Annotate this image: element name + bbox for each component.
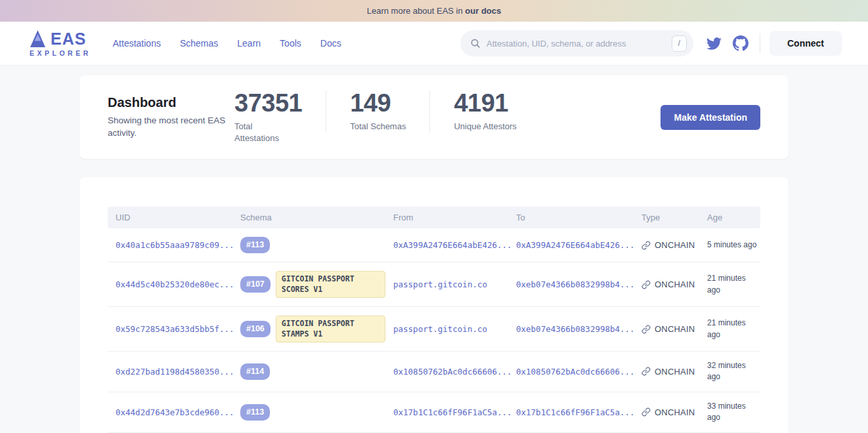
stat-label: Total Attestations bbox=[234, 121, 291, 144]
from-address-link[interactable]: passport.gitcoin.co bbox=[393, 279, 487, 289]
column-header-to: To bbox=[508, 213, 634, 222]
banner-link-label: our docs bbox=[465, 6, 501, 16]
nav-attestations[interactable]: Attestations bbox=[113, 38, 161, 49]
dashboard-card: Dashboard Showing the most recent EAS ac… bbox=[79, 75, 789, 159]
banner-text: Learn more about EAS in bbox=[367, 6, 466, 16]
header-divider bbox=[760, 33, 760, 53]
link-icon bbox=[641, 325, 651, 334]
from-address-link[interactable]: 0x17b1C1c66fF96F1aC5a... bbox=[393, 407, 512, 417]
schema-id-badge[interactable]: #113 bbox=[240, 237, 270, 253]
to-address-link[interactable]: 0x17b1C1c66fF96F1aC5a... bbox=[516, 407, 635, 417]
table-row[interactable]: 0xd227bad1198d4580350...#1140x10850762bA… bbox=[108, 352, 760, 392]
schema-name-badge[interactable]: GITCOIN PASSPORT STAMPS V1 bbox=[276, 316, 385, 342]
logo-subtitle: EXPLORER bbox=[30, 49, 91, 57]
link-icon bbox=[641, 407, 651, 417]
type-label: ONCHAIN bbox=[655, 407, 695, 417]
make-attestation-button[interactable]: Make Attestation bbox=[661, 105, 760, 130]
table-header-row: UID Schema From To Type Age bbox=[108, 207, 760, 228]
attestation-rows: 0x40a1c6b55aaa9789c09...#1130xA399A2476E… bbox=[108, 228, 760, 433]
from-address-link[interactable]: passport.gitcoin.co bbox=[393, 324, 487, 334]
nav-tools[interactable]: Tools bbox=[280, 38, 301, 49]
docs-banner: Learn more about EAS in our docs bbox=[0, 0, 868, 22]
attestations-table-card: UID Schema From To Type Age 0x40a1c6b55a… bbox=[79, 177, 789, 433]
table-row[interactable]: 0x44d2d7643e7b3cde960...#1130x17b1C1c66f… bbox=[108, 392, 760, 433]
link-icon bbox=[641, 280, 651, 289]
stat-total-attestations: 37351 Total Attestations bbox=[234, 91, 326, 144]
schema-name-badge[interactable]: GITCOIN PASSPORT SCORES V1 bbox=[276, 271, 385, 298]
type-badge: ONCHAIN bbox=[641, 279, 695, 289]
connect-button[interactable]: Connect bbox=[770, 31, 842, 56]
uid-link[interactable]: 0x44d2d7643e7b3cde960... bbox=[116, 407, 234, 417]
table-row[interactable]: 0x59c728543a633d5bb5f...#106GITCOIN PASS… bbox=[108, 307, 760, 352]
search-bar[interactable]: / bbox=[460, 30, 693, 56]
type-badge: ONCHAIN bbox=[641, 407, 695, 417]
nav-learn[interactable]: Learn bbox=[237, 38, 261, 49]
column-header-age: Age bbox=[699, 213, 760, 222]
from-address-link[interactable]: 0xA399A2476E664abE426... bbox=[393, 240, 512, 250]
header: EAS EXPLORER Attestations Schemas Learn … bbox=[0, 22, 868, 66]
stats: 37351 Total Attestations 149 Total Schem… bbox=[234, 91, 540, 144]
main-nav: Attestations Schemas Learn Tools Docs bbox=[113, 38, 341, 49]
column-header-from: From bbox=[385, 213, 508, 222]
link-icon bbox=[641, 241, 651, 250]
stat-label: Total Schemas bbox=[350, 121, 406, 133]
age-text: 21 minutes ago bbox=[707, 318, 760, 340]
slash-shortcut-key: / bbox=[672, 35, 687, 52]
column-header-schema: Schema bbox=[232, 213, 385, 222]
schema-id-badge[interactable]: #113 bbox=[240, 404, 270, 421]
age-text: 33 minutes ago bbox=[707, 401, 760, 424]
uid-link[interactable]: 0x40a1c6b55aaa9789c09... bbox=[116, 240, 234, 250]
stat-value: 37351 bbox=[234, 91, 302, 117]
search-input[interactable] bbox=[487, 39, 672, 49]
stat-value: 4191 bbox=[454, 91, 516, 117]
type-label: ONCHAIN bbox=[655, 279, 695, 289]
type-label: ONCHAIN bbox=[655, 240, 695, 250]
social-icons bbox=[706, 35, 749, 51]
from-address-link[interactable]: 0x10850762bAc0dc66606... bbox=[393, 367, 512, 377]
column-header-uid: UID bbox=[108, 213, 232, 222]
to-address-link[interactable]: 0x10850762bAc0dc66606... bbox=[516, 367, 635, 377]
logo-title: EAS bbox=[51, 31, 86, 47]
page-title: Dashboard bbox=[108, 95, 234, 110]
schema-id-badge[interactable]: #106 bbox=[240, 321, 271, 337]
twitter-icon[interactable] bbox=[706, 36, 722, 51]
schema-id-badge[interactable]: #107 bbox=[240, 276, 271, 293]
uid-link[interactable]: 0xd227bad1198d4580350... bbox=[116, 367, 234, 377]
schema-id-badge[interactable]: #114 bbox=[240, 363, 270, 380]
eas-logo[interactable]: EAS EXPLORER bbox=[30, 30, 91, 57]
eas-triangle-icon bbox=[30, 30, 46, 48]
nav-schemas[interactable]: Schemas bbox=[180, 38, 218, 49]
uid-link[interactable]: 0x44d5c40b25320de80ec... bbox=[116, 279, 234, 289]
table-row[interactable]: 0x40a1c6b55aaa9789c09...#1130xA399A2476E… bbox=[108, 228, 760, 262]
stat-total-schemas: 149 Total Schemas bbox=[326, 91, 429, 133]
type-badge: ONCHAIN bbox=[641, 324, 695, 334]
column-header-type: Type bbox=[634, 213, 699, 222]
docs-banner-link[interactable]: Learn more about EAS in our docs bbox=[367, 6, 502, 16]
type-badge: ONCHAIN bbox=[641, 367, 695, 377]
search-icon bbox=[470, 38, 481, 49]
stat-label: Unique Attestors bbox=[454, 121, 516, 133]
page-subtitle: Showing the most recent EAS activity. bbox=[108, 115, 226, 138]
stat-unique-attestors: 4191 Unique Attestors bbox=[429, 91, 540, 133]
age-text: 32 minutes ago bbox=[707, 360, 760, 383]
to-address-link[interactable]: 0xA399A2476E664abE426... bbox=[516, 240, 635, 250]
to-address-link[interactable]: 0xeb07e4366b0832998b4... bbox=[516, 324, 635, 334]
type-label: ONCHAIN bbox=[655, 324, 695, 334]
uid-link[interactable]: 0x59c728543a633d5bb5f... bbox=[116, 324, 234, 334]
age-text: 21 minutes ago bbox=[707, 273, 760, 296]
age-text: 5 minutes ago bbox=[707, 239, 756, 251]
github-icon[interactable] bbox=[733, 35, 749, 51]
type-label: ONCHAIN bbox=[655, 367, 695, 377]
to-address-link[interactable]: 0xeb07e4366b0832998b4... bbox=[516, 279, 635, 289]
type-badge: ONCHAIN bbox=[641, 240, 695, 250]
table-row[interactable]: 0x44d5c40b25320de80ec...#107GITCOIN PASS… bbox=[108, 262, 760, 307]
link-icon bbox=[641, 367, 651, 376]
stat-value: 149 bbox=[350, 91, 406, 117]
nav-docs[interactable]: Docs bbox=[320, 38, 341, 49]
